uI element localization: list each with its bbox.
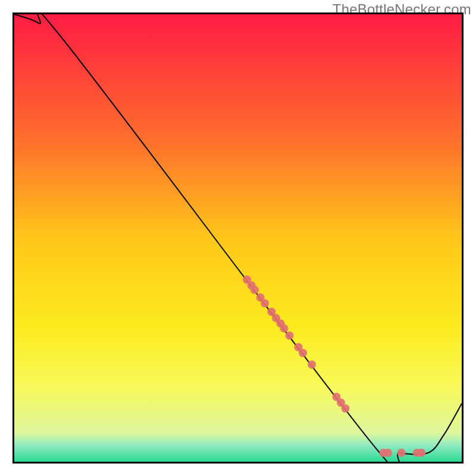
chart-background xyxy=(14,14,462,462)
scatter-point xyxy=(285,331,293,340)
scatter-point xyxy=(308,361,316,369)
scatter-point xyxy=(417,449,425,457)
scatter-point xyxy=(397,449,405,457)
scatter-point xyxy=(299,349,307,357)
scatter-point xyxy=(384,449,392,457)
scatter-point xyxy=(261,299,269,308)
scatter-point xyxy=(341,405,349,413)
scatter-point xyxy=(250,286,259,294)
scatter-point xyxy=(280,324,288,333)
chart-frame: { "watermark": "TheBottleNecker.com", "c… xyxy=(0,0,476,476)
chart-svg xyxy=(14,14,462,462)
plot-area xyxy=(12,12,464,464)
